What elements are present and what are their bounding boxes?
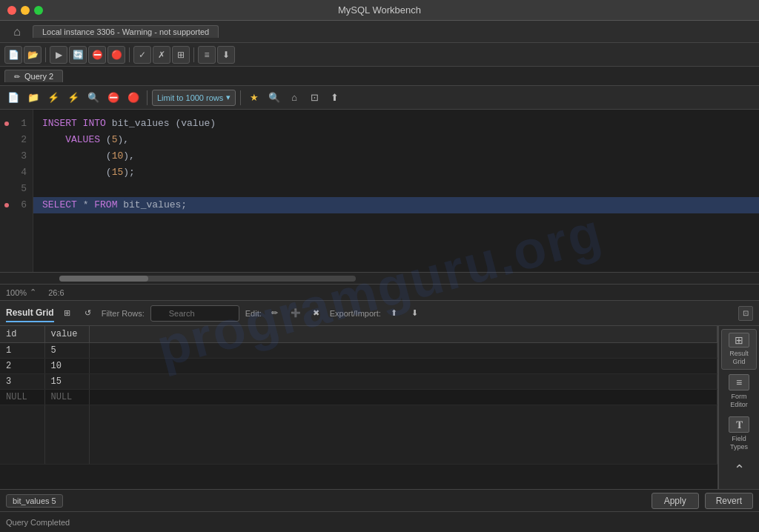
cell-id-2: 2	[0, 359, 44, 374]
horizontal-scrollbar[interactable]	[59, 276, 356, 282]
schema-inspector-button[interactable]: 🔴	[125, 89, 142, 107]
query-tab-label: Query 2	[24, 72, 53, 81]
refresh-result-button[interactable]: ↺	[81, 306, 96, 321]
editor-area: 1 2 3 4 5 6 INSERT INTO bit_values (valu…	[0, 110, 759, 273]
import-button[interactable]: ⬇	[217, 46, 235, 64]
zoom-arrow: ⌃	[30, 287, 36, 297]
close-button[interactable]	[7, 6, 16, 15]
null-row[interactable]: NULL NULL	[0, 390, 717, 405]
edit-delete-button[interactable]: ✖	[309, 306, 324, 321]
cursor-position: 26:6	[48, 288, 64, 297]
title-bar: MySQL Workbench	[0, 0, 759, 21]
export-button[interactable]: ⬆	[387, 306, 402, 321]
table-row[interactable]: 2 10	[0, 359, 717, 374]
bookmark-button[interactable]: ★	[245, 89, 263, 107]
edit-add-button[interactable]: ➕	[288, 306, 303, 321]
close-query-button[interactable]: ✗	[153, 46, 170, 64]
cell-value-2: 10	[44, 359, 89, 374]
empty-rows	[0, 405, 717, 465]
zoom-level: 100%	[6, 288, 27, 297]
explain-button[interactable]: 🔍	[84, 89, 102, 107]
execute-button[interactable]: ▶	[50, 46, 67, 64]
maximize-button[interactable]	[34, 6, 43, 15]
code-line-3: (10),	[42, 148, 750, 164]
export-label: Export/Import:	[330, 309, 381, 318]
bottom-bar: bit_values 5 Apply Revert	[0, 489, 759, 511]
columns-button[interactable]: ≡	[198, 46, 216, 64]
traffic-lights	[7, 6, 43, 15]
filter-rows-label: Filter Rows:	[102, 309, 145, 318]
line-num-1: 1	[0, 116, 33, 132]
code-area[interactable]: INSERT INTO bit_values (value) VALUES (5…	[33, 110, 759, 272]
result-grid-label: ResultGrid	[729, 350, 749, 366]
check-button[interactable]: ✓	[133, 46, 151, 64]
status-footer: Query Completed	[0, 511, 759, 532]
result-button[interactable]: ⊡	[305, 89, 323, 107]
zoom-control[interactable]: 100% ⌃	[6, 287, 36, 297]
minimize-button[interactable]	[21, 6, 30, 15]
table-row[interactable]: 3 15	[0, 374, 717, 390]
table-button[interactable]: ⊞	[172, 46, 190, 64]
line-num-5: 5	[0, 181, 33, 197]
stop-button[interactable]: ⛔	[88, 46, 106, 64]
scrollbar-thumb[interactable]	[59, 276, 148, 282]
export-sql-button[interactable]: ⬆	[325, 89, 343, 107]
toolbar-separator-1	[45, 47, 46, 62]
cell-id-1: 1	[0, 343, 44, 359]
line-num-3: 3	[0, 148, 33, 164]
limit-label: Limit to 1000 rows	[157, 93, 223, 102]
cell-null-empty	[89, 390, 717, 405]
col-empty	[89, 326, 717, 343]
limit-dropdown[interactable]: Limit to 1000 rows ▾	[152, 90, 236, 106]
form-editor-sidebar-btn[interactable]: ≡ FormEditor	[721, 371, 757, 412]
code-line-1: INSERT INTO bit_values (value)	[42, 116, 750, 132]
open-file-button[interactable]: 📂	[24, 46, 42, 64]
revert-button[interactable]: Revert	[705, 493, 753, 509]
search-button[interactable]: 🔍	[265, 89, 283, 107]
sql-separator-1	[147, 90, 148, 105]
breakpoint-6[interactable]	[4, 203, 9, 207]
toolbar-separator-3	[193, 47, 194, 62]
sql-toolbar: 📄 📁 ⚡ ⚡ 🔍 ⛔ 🔴 Limit to 1000 rows ▾ ★ 🔍 ⌂…	[0, 86, 759, 110]
schema-button[interactable]: 🔴	[107, 46, 125, 64]
result-header: Result Grid ⊞ ↺ Filter Rows: 🔍 Edit: ✏ ➕…	[0, 301, 759, 326]
line-num-6: 6	[0, 197, 33, 213]
cell-value-1: 5	[44, 343, 89, 359]
table-header-row: id value	[0, 326, 717, 343]
word-wrap-button[interactable]: ⌂	[285, 89, 303, 107]
line-num-2: 2	[0, 132, 33, 148]
home-button[interactable]: ⌂	[6, 24, 28, 40]
apply-button[interactable]: Apply	[652, 493, 699, 509]
refresh-button[interactable]: 🔄	[69, 46, 87, 64]
grid-view-button[interactable]: ⊞	[60, 306, 75, 321]
wrap-button[interactable]: ⊡	[738, 306, 753, 321]
form-editor-icon: ≡	[729, 374, 749, 390]
breakpoint-1[interactable]	[4, 122, 9, 126]
code-line-5	[42, 181, 750, 197]
run-selection-button[interactable]: ⚡	[64, 89, 82, 107]
new-sql-button[interactable]: 📄	[4, 89, 22, 107]
cell-null-value: NULL	[44, 390, 89, 405]
table-row[interactable]: 1 5	[0, 343, 717, 359]
open-sql-button[interactable]: 📁	[24, 89, 42, 107]
code-line-2: VALUES (5),	[42, 132, 750, 148]
sidebar-expand-btn[interactable]: ⌃	[721, 459, 757, 481]
scroll-area	[0, 273, 759, 285]
empty-2	[44, 405, 89, 465]
field-types-sidebar-btn[interactable]: 𝐓 FieldTypes	[721, 413, 757, 454]
cell-empty-2	[89, 359, 717, 374]
stop-sql-button[interactable]: ⛔	[105, 89, 122, 107]
field-types-icon: 𝐓	[729, 416, 749, 433]
import-button[interactable]: ⬇	[408, 306, 422, 321]
run-button[interactable]: ⚡	[44, 89, 62, 107]
result-grid-sidebar-btn[interactable]: ⊞ ResultGrid	[721, 329, 757, 370]
result-grid-tab[interactable]: Result Grid	[6, 305, 54, 322]
cell-empty-1	[89, 343, 717, 359]
query-tab[interactable]: ✏ Query 2	[4, 70, 63, 82]
filter-input[interactable]	[150, 305, 239, 322]
connection-tab[interactable]: Local instance 3306 - Warning - not supp…	[33, 25, 219, 38]
result-grid-icon: ⊞	[729, 333, 749, 348]
line-num-4: 4	[0, 164, 33, 181]
edit-pencil-button[interactable]: ✏	[268, 306, 282, 321]
new-file-button[interactable]: 📄	[4, 46, 22, 64]
